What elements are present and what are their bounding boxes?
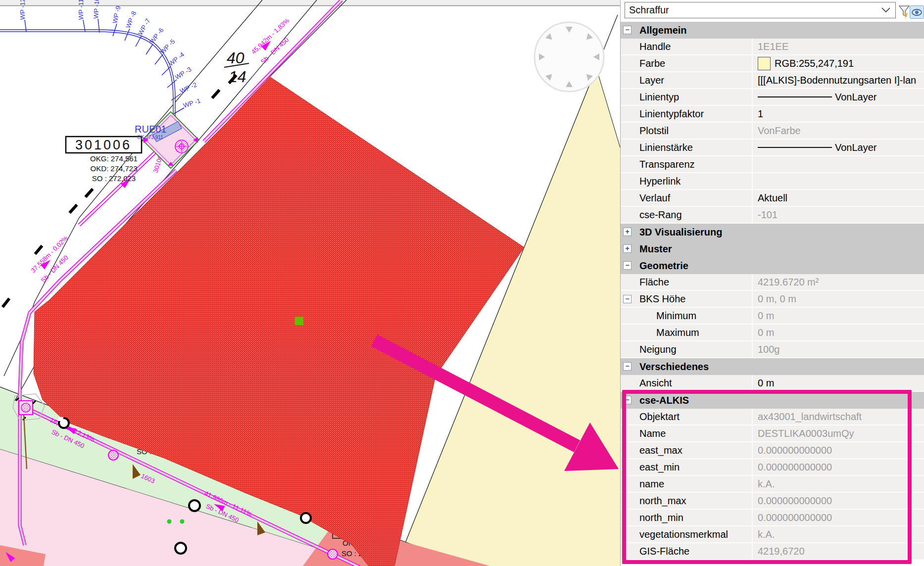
prop-value-north_max[interactable]: 0.000000000000 <box>753 493 924 510</box>
properties-panel: Schraffur −AllgemeinHandle1E1EEFarbeRGB:… <box>620 0 924 566</box>
prop-row-neigung[interactable]: Neigung100g <box>621 341 924 358</box>
selected-point-marker <box>295 317 303 325</box>
expander-3d-visualisierung[interactable]: + <box>623 228 632 236</box>
prop-value-linienstaerke[interactable]: VonLayer <box>753 140 924 156</box>
expander-cse-alkis[interactable]: − <box>623 396 632 404</box>
prop-row-ansicht[interactable]: Ansicht0 m <box>621 375 924 392</box>
expander-bks-hoehe[interactable]: − <box>623 295 632 303</box>
prop-value-ansicht[interactable]: 0 m <box>753 375 924 392</box>
application-window: SO : 2 OKD: 2 SO : 28 301 <box>0 0 924 566</box>
svg-text:OKG: 274,561: OKG: 274,561 <box>90 154 138 163</box>
prop-value-layer[interactable]: [[[ALKIS]-Bodennutzungsarten I]-lan <box>753 72 924 89</box>
prop-row-linientyp[interactable]: LinientypVonLayer <box>621 89 924 106</box>
prop-row-plotstil[interactable]: PlotstilVonFarbe <box>621 123 924 140</box>
prop-row-east_max[interactable]: east_max0.000000000000 <box>621 442 924 459</box>
map-viewport[interactable]: SO : 2 OKD: 2 SO : 28 301 <box>0 0 620 566</box>
svg-text:14: 14 <box>229 68 246 86</box>
prop-row-objektart[interactable]: Objektartax43001_landwirtschaft <box>621 409 924 425</box>
section-3d-visualisierung[interactable]: +3D Visualisierung <box>621 224 924 240</box>
expander-muster[interactable]: + <box>623 244 632 253</box>
svg-text:OKD: 274,723: OKD: 274,723 <box>90 164 137 173</box>
prop-value-name-obj[interactable]: DESTLIKA0003umQy <box>753 425 924 442</box>
wp-label: WP -6 <box>148 26 165 45</box>
visibility-toggle[interactable] <box>910 5 924 19</box>
prop-label-transparenz: Transparenz <box>621 156 753 173</box>
property-grid: −AllgemeinHandle1E1EEFarbeRGB:255,247,19… <box>621 22 924 560</box>
rue-label-group: RUE01 OK:273,911 <box>135 124 166 140</box>
color-swatch <box>758 57 771 70</box>
prop-row-north_max[interactable]: north_max0.000000000000 <box>621 493 924 510</box>
prop-row-hyperlink[interactable]: Hyperlink <box>621 173 924 190</box>
prop-label-minimum: Minimum <box>621 308 753 325</box>
prop-value-vegetationsmerkmal[interactable]: k.A. <box>753 526 924 543</box>
prop-row-minimum[interactable]: Minimum0 m <box>621 308 924 325</box>
prop-value-transparenz[interactable] <box>753 156 924 173</box>
section-geometrie[interactable]: −Geometrie <box>621 257 924 274</box>
prop-row-name-obj[interactable]: NameDESTLIKA0003umQy <box>621 425 924 442</box>
prop-value-flaeche[interactable]: 4219.6720 m² <box>753 274 924 291</box>
prop-row-bks-hoehe[interactable]: −BKS Höhe0 m, 0 m <box>621 291 924 308</box>
prop-value-bks-hoehe[interactable]: 0 m, 0 m <box>753 291 924 308</box>
prop-value-east_min[interactable]: 0.000000000000 <box>753 459 924 476</box>
prop-row-cse-rang[interactable]: cse-Rang-101 <box>621 207 924 224</box>
expander-allgemein[interactable]: − <box>623 26 632 34</box>
prop-row-east_min[interactable]: east_min0.000000000000 <box>621 459 924 476</box>
section-label: Allgemein <box>639 25 687 36</box>
prop-value-cse-rang[interactable]: -101 <box>753 207 924 224</box>
prop-row-gis-flaeche[interactable]: GIS-Fläche4219,6720 <box>621 543 924 560</box>
prop-value-handle[interactable]: 1E1EE <box>753 39 924 55</box>
map-canvas: SO : 2 OKD: 2 SO : 28 301 <box>0 0 620 566</box>
prop-value-name[interactable]: k.A. <box>753 476 924 493</box>
prop-value-farbe[interactable]: RGB:255,247,191 <box>753 55 924 72</box>
wp-label: WP -4 <box>167 50 186 67</box>
section-cse-alkis[interactable]: −cse-ALKIS <box>621 392 924 409</box>
prop-value-verlauf[interactable]: Aktuell <box>753 190 924 207</box>
rue-name: RUE01 <box>135 124 166 135</box>
prop-label-east_max: east_max <box>621 442 753 459</box>
prop-value-hyperlink[interactable] <box>753 173 924 190</box>
prop-value-minimum[interactable]: 0 m <box>753 308 924 325</box>
filter-icon[interactable] <box>899 5 909 18</box>
prop-value-neigung[interactable]: 100g <box>753 341 924 358</box>
prop-value-linientypfaktor[interactable]: 1 <box>753 106 924 123</box>
prop-row-layer[interactable]: Layer[[[ALKIS]-Bodennutzungsarten I]-lan <box>621 72 924 89</box>
prop-value-linientyp[interactable]: VonLayer <box>753 89 924 106</box>
wp-tick <box>146 44 153 54</box>
green-dot <box>180 519 185 524</box>
compass-navigator[interactable] <box>535 22 604 92</box>
wp-label: WP -7 <box>137 17 152 37</box>
prop-label-gis-flaeche: GIS-Fläche <box>621 543 753 560</box>
section-muster[interactable]: +Muster <box>621 240 924 257</box>
expander-geometrie[interactable]: − <box>623 261 632 270</box>
prop-row-transparenz[interactable]: Transparenz <box>621 156 924 173</box>
prop-row-farbe[interactable]: FarbeRGB:255,247,191 <box>621 55 924 72</box>
prop-row-linienstaerke[interactable]: LinienstärkeVonLayer <box>621 140 924 156</box>
section-allgemein[interactable]: −Allgemein <box>621 22 924 39</box>
prop-row-vegetationsmerkmal[interactable]: vegetationsmerkmalk.A. <box>621 526 924 543</box>
object-type-value: Schraffur <box>629 4 669 16</box>
prop-value-north_min[interactable]: 0.000000000000 <box>753 510 924 526</box>
prop-label-handle: Handle <box>621 39 753 55</box>
wp-label: WP -5 <box>159 38 177 55</box>
prop-value-maximum[interactable]: 0 m <box>753 325 924 341</box>
prop-row-north_min[interactable]: north_min0.000000000000 <box>621 510 924 526</box>
prop-row-handle[interactable]: Handle1E1EE <box>621 39 924 55</box>
object-type-dropdown[interactable]: Schraffur <box>625 2 896 18</box>
prop-label-north_min: north_min <box>621 510 753 526</box>
chevron-down-icon[interactable] <box>880 4 891 16</box>
prop-value-east_max[interactable]: 0.000000000000 <box>753 442 924 459</box>
prop-label-neigung: Neigung <box>621 341 753 358</box>
expander-verschiedenes[interactable]: − <box>623 362 632 371</box>
section-verschiedenes[interactable]: −Verschiedenes <box>621 358 924 375</box>
prop-row-name[interactable]: namek.A. <box>621 476 924 493</box>
prop-row-linientypfaktor[interactable]: Linientypfaktor1 <box>621 106 924 123</box>
prop-value-plotstil[interactable]: VonFarbe <box>753 123 924 140</box>
prop-label-ansicht: Ansicht <box>621 375 753 392</box>
prop-value-gis-flaeche[interactable]: 4219,6720 <box>753 543 924 560</box>
prop-row-maximum[interactable]: Maximum0 m <box>621 325 924 341</box>
prop-row-verlauf[interactable]: VerlaufAktuell <box>621 190 924 207</box>
prop-row-flaeche[interactable]: Fläche4219.6720 m² <box>621 274 924 291</box>
wp-tick <box>155 54 163 64</box>
prop-value-objektart[interactable]: ax43001_landwirtschaft <box>753 409 924 425</box>
prop-label-east_min: east_min <box>621 459 753 476</box>
